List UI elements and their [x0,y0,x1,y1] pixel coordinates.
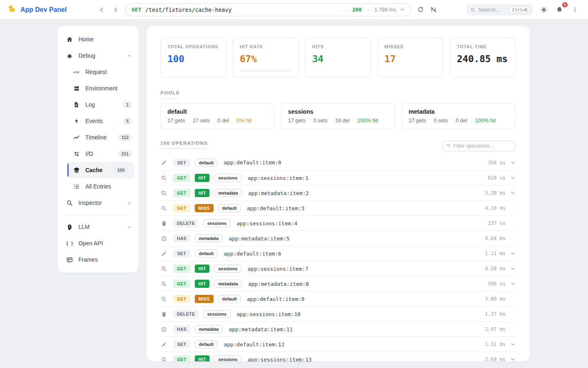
request-latency: 1.789 ms [374,7,396,13]
pool-badge: sessions [203,310,230,318]
sidebar-item-label: Timeline [85,134,107,141]
pool-gets: 17 gets [167,117,185,123]
sidebar-item-io[interactable]: I/O 211 [58,146,138,162]
cache-key: app:sessions:item:13 [248,357,312,362]
request-url-bar[interactable]: GET /test/fixtures/cache-heavy — 200 — 1… [125,3,411,16]
operation-type-icon [160,220,167,227]
pools-section: POOLS default 17 gets 17 sets 0 del 0% h… [160,89,516,129]
filter-operations [442,141,516,151]
sidebar-item-all-entries[interactable]: All Entries [58,178,138,195]
sidebar-item-timeline[interactable]: Timeline 112 [58,129,138,146]
chevron-down-icon[interactable] [510,266,516,272]
stat-value: 17 [385,54,437,64]
http-icon: HTTP [73,68,80,76]
operation-row[interactable]: GET HIT sessions app:sessions:item:1 629… [160,170,516,185]
cache-key: app:sessions:item:7 [248,266,309,272]
pool-badge: sessions [214,355,241,361]
chevron-down-icon[interactable] [400,7,405,12]
operation-row[interactable]: GET HIT metadata app:metadata:item:8 500… [160,276,516,291]
filter-operations-input[interactable] [442,141,516,151]
operations-list: SET default app:default:item:0 350 us [160,155,516,361]
chevron-down-icon[interactable] [510,190,516,196]
pool-badge: sessions [214,174,241,182]
sidebar-item-home[interactable]: Home [58,31,138,47]
theme-toggle-button[interactable] [538,4,550,16]
chevron-down-icon[interactable] [510,251,516,256]
forward-button[interactable] [110,4,121,16]
operation-row[interactable]: DELETE sessions app:sessions:item:10 1.3… [160,306,516,321]
sidebar-item-open-api[interactable]: { } Open API [58,235,138,251]
pool-badge: default [218,295,241,303]
operation-row[interactable]: GET MISS default app:default:item:3 4.10… [160,200,516,215]
sidebar-item-events[interactable]: Events 5 [58,113,138,129]
nav-arrows [96,4,121,16]
operation-row[interactable]: GET HIT sessions app:sessions:item:13 2.… [160,352,516,361]
operation-row[interactable]: GET HIT metadata app:metadata:item:2 3.2… [160,185,516,200]
pool-hit-rate: 0% hit [237,117,252,123]
sidebar-item-debug[interactable]: Debug [58,47,138,64]
pool-gets: 17 gets [409,117,426,123]
stat-value: 34 [312,54,364,64]
count-badge: 100 [114,166,128,174]
sidebar-item-label: Open API [78,240,103,247]
operation-badge: HAS [173,325,190,333]
operation-row[interactable]: GET HIT sessions app:sessions:item:7 4.5… [160,261,516,276]
chevron-down-icon[interactable] [510,160,516,166]
operation-duration: 1.37 ms [485,311,506,317]
operation-type-icon [160,205,167,212]
pool-card-sessions: sessions 17 gets 0 sets 16 del 100% hit [281,103,395,129]
sidebar-item-inspector[interactable]: Inspector [58,195,138,211]
result-badge: HIT [195,265,209,273]
sidebar-item-request[interactable]: HTTP Request [58,64,138,80]
operation-row[interactable]: SET default app:default:item:12 1.31 ms [160,337,516,352]
operation-row[interactable]: GET MISS default app:default:item:9 3.89… [160,291,516,306]
sidebar-item-label: Log [85,101,95,108]
pool-name: default [167,108,267,115]
result-badge: HIT [195,355,209,361]
overflow-menu-button[interactable] [569,4,581,16]
network-off-button[interactable] [428,4,439,16]
result-badge: HIT [195,174,209,182]
pool-badge: sessions [203,219,230,227]
sidebar-item-label: Request [85,69,107,75]
search-input[interactable] [478,7,507,13]
stat-label: TOTAL TIME [457,44,509,49]
list-icon [73,183,80,190]
count-badge: 1 [123,101,132,108]
chevron-down-icon[interactable] [510,341,516,347]
back-button[interactable] [96,4,107,16]
operation-duration: 4.10 ms [485,205,506,211]
operation-duration: 500 us [488,281,506,287]
app-title: App Dev Panel [20,6,67,13]
sidebar-item-cache[interactable]: Cache 100 [67,162,134,178]
count-badge: 5 [123,117,132,125]
arrows-swap-icon [73,150,80,157]
chevron-down-icon[interactable] [510,357,516,361]
global-search[interactable]: Ctrl+K [466,4,532,16]
pool-dels: 16 del [335,117,350,123]
hit-rate-progress-track [240,70,292,72]
operation-duration: 1.11 ms [485,251,506,256]
operation-duration: 2.69 ms [485,357,506,361]
stat-card-total-operations: TOTAL OPERATIONS 100 [160,38,226,78]
pool-badge: default [195,249,218,258]
sidebar-item-label: Events [85,118,103,124]
stat-label: HITS [312,44,364,49]
cache-key: app:sessions:item:4 [237,220,298,227]
braces-icon: { } [66,240,73,247]
operation-row[interactable]: HAS metadata app:metadata:item:5 4.84 ms [160,231,516,246]
sidebar-item-llm[interactable]: LLM [58,219,138,235]
operation-row[interactable]: SET default app:default:item:6 1.11 ms [160,246,516,261]
refresh-button[interactable] [414,4,426,16]
chevron-down-icon[interactable] [510,175,516,181]
sidebar-item-frames[interactable]: Frames [58,251,138,268]
operation-row[interactable]: SET default app:default:item:0 350 us [160,155,516,170]
operation-duration: 4.58 ms [485,266,506,272]
sidebar-item-environment[interactable]: Environment [58,80,138,96]
operation-row[interactable]: HAS metadata app:metadata:item:11 2.97 m… [160,321,516,337]
operation-duration: 1.31 ms [485,341,506,347]
chevron-down-icon[interactable] [510,281,516,287]
operation-row[interactable]: DELETE sessions app:sessions:item:4 237 … [160,215,516,231]
sidebar-item-log[interactable]: Log 1 [58,96,138,113]
notifications-button[interactable]: 5 [554,4,565,16]
